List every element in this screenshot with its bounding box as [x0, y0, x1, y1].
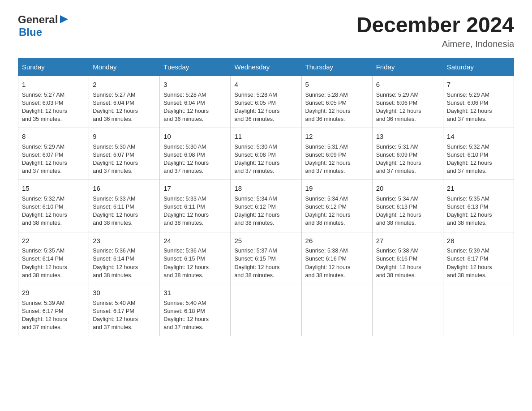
day-number: 16	[93, 184, 156, 193]
day-number: 14	[447, 132, 510, 141]
day-number: 29	[22, 288, 85, 298]
calendar-cell: 20 Sunrise: 5:34 AMSunset: 6:13 PMDaylig…	[372, 180, 443, 232]
day-info: Sunrise: 5:40 AMSunset: 6:18 PMDaylight:…	[163, 300, 209, 330]
day-number: 18	[234, 184, 297, 193]
day-info: Sunrise: 5:29 AMSunset: 6:06 PMDaylight:…	[447, 92, 492, 122]
week-row-5: 29 Sunrise: 5:39 AMSunset: 6:17 PMDaylig…	[18, 284, 514, 336]
calendar-cell: 23 Sunrise: 5:36 AMSunset: 6:14 PMDaylig…	[89, 232, 160, 284]
calendar-cell: 7 Sunrise: 5:29 AMSunset: 6:06 PMDayligh…	[443, 76, 514, 128]
calendar-cell: 4 Sunrise: 5:28 AMSunset: 6:05 PMDayligh…	[231, 76, 301, 128]
day-number: 24	[163, 236, 227, 246]
day-number: 10	[163, 132, 227, 141]
calendar-cell: 11 Sunrise: 5:30 AMSunset: 6:08 PMDaylig…	[231, 128, 301, 180]
week-row-4: 22 Sunrise: 5:35 AMSunset: 6:14 PMDaylig…	[18, 232, 514, 284]
logo-blue-text: Blue	[19, 26, 42, 38]
day-info: Sunrise: 5:31 AMSunset: 6:09 PMDaylight:…	[305, 144, 351, 174]
month-title: December 2024	[356, 13, 514, 37]
day-info: Sunrise: 5:34 AMSunset: 6:12 PMDaylight:…	[305, 196, 351, 226]
calendar-cell: 5 Sunrise: 5:28 AMSunset: 6:05 PMDayligh…	[301, 76, 372, 128]
header-day-saturday: Saturday	[443, 58, 514, 76]
calendar-table: SundayMondayTuesdayWednesdayThursdayFrid…	[18, 58, 514, 336]
logo-general-text: General	[18, 13, 58, 26]
day-number: 1	[22, 80, 85, 90]
calendar-cell	[372, 284, 443, 336]
calendar-cell: 27 Sunrise: 5:38 AMSunset: 6:16 PMDaylig…	[372, 232, 443, 284]
week-row-2: 8 Sunrise: 5:29 AMSunset: 6:07 PMDayligh…	[18, 128, 514, 180]
location-title: Aimere, Indonesia	[356, 39, 514, 49]
calendar-cell: 28 Sunrise: 5:39 AMSunset: 6:17 PMDaylig…	[443, 232, 514, 284]
day-number: 30	[93, 288, 156, 298]
day-info: Sunrise: 5:28 AMSunset: 6:04 PMDaylight:…	[163, 92, 209, 122]
day-info: Sunrise: 5:30 AMSunset: 6:08 PMDaylight:…	[234, 144, 279, 174]
logo-triangle-icon	[59, 14, 69, 26]
day-info: Sunrise: 5:31 AMSunset: 6:09 PMDaylight:…	[376, 144, 421, 174]
calendar-cell: 15 Sunrise: 5:32 AMSunset: 6:10 PMDaylig…	[18, 180, 89, 232]
day-info: Sunrise: 5:29 AMSunset: 6:06 PMDaylight:…	[376, 92, 421, 122]
day-info: Sunrise: 5:32 AMSunset: 6:10 PMDaylight:…	[22, 196, 67, 226]
calendar-cell: 26 Sunrise: 5:38 AMSunset: 6:16 PMDaylig…	[301, 232, 372, 284]
calendar-cell: 2 Sunrise: 5:27 AMSunset: 6:04 PMDayligh…	[89, 76, 160, 128]
day-info: Sunrise: 5:27 AMSunset: 6:03 PMDaylight:…	[22, 92, 67, 122]
day-info: Sunrise: 5:29 AMSunset: 6:07 PMDaylight:…	[22, 144, 67, 174]
calendar-cell: 12 Sunrise: 5:31 AMSunset: 6:09 PMDaylig…	[301, 128, 372, 180]
day-info: Sunrise: 5:34 AMSunset: 6:13 PMDaylight:…	[376, 196, 421, 226]
day-info: Sunrise: 5:28 AMSunset: 6:05 PMDaylight:…	[305, 92, 351, 122]
calendar-body: 1 Sunrise: 5:27 AMSunset: 6:03 PMDayligh…	[18, 76, 514, 336]
day-number: 15	[22, 184, 85, 193]
header-row: SundayMondayTuesdayWednesdayThursdayFrid…	[18, 58, 514, 76]
day-number: 8	[22, 132, 85, 141]
day-info: Sunrise: 5:38 AMSunset: 6:16 PMDaylight:…	[376, 248, 421, 278]
day-number: 25	[234, 236, 297, 246]
day-number: 17	[163, 184, 227, 193]
day-info: Sunrise: 5:34 AMSunset: 6:12 PMDaylight:…	[234, 196, 279, 226]
calendar-cell: 1 Sunrise: 5:27 AMSunset: 6:03 PMDayligh…	[18, 76, 89, 128]
calendar-cell: 25 Sunrise: 5:37 AMSunset: 6:15 PMDaylig…	[231, 232, 301, 284]
day-number: 5	[305, 80, 369, 90]
day-number: 3	[163, 80, 227, 90]
calendar-cell: 10 Sunrise: 5:30 AMSunset: 6:08 PMDaylig…	[160, 128, 231, 180]
day-number: 11	[234, 132, 297, 141]
day-info: Sunrise: 5:27 AMSunset: 6:04 PMDaylight:…	[93, 92, 138, 122]
header-day-tuesday: Tuesday	[160, 58, 231, 76]
calendar-cell	[231, 284, 301, 336]
day-info: Sunrise: 5:32 AMSunset: 6:10 PMDaylight:…	[447, 144, 492, 174]
calendar-cell: 3 Sunrise: 5:28 AMSunset: 6:04 PMDayligh…	[160, 76, 231, 128]
day-info: Sunrise: 5:30 AMSunset: 6:07 PMDaylight:…	[93, 144, 138, 174]
calendar-cell	[301, 284, 372, 336]
day-info: Sunrise: 5:35 AMSunset: 6:14 PMDaylight:…	[22, 248, 67, 278]
day-number: 31	[163, 288, 227, 298]
calendar-cell: 18 Sunrise: 5:34 AMSunset: 6:12 PMDaylig…	[231, 180, 301, 232]
day-number: 26	[305, 236, 369, 246]
header: General Blue December 2024 Aimere, Indon…	[18, 13, 514, 49]
calendar-cell: 14 Sunrise: 5:32 AMSunset: 6:10 PMDaylig…	[443, 128, 514, 180]
day-info: Sunrise: 5:36 AMSunset: 6:15 PMDaylight:…	[163, 248, 209, 278]
calendar-cell: 30 Sunrise: 5:40 AMSunset: 6:17 PMDaylig…	[89, 284, 160, 336]
day-number: 19	[305, 184, 369, 193]
day-number: 20	[376, 184, 439, 193]
calendar-cell: 31 Sunrise: 5:40 AMSunset: 6:18 PMDaylig…	[160, 284, 231, 336]
day-number: 13	[376, 132, 439, 141]
calendar-header: SundayMondayTuesdayWednesdayThursdayFrid…	[18, 58, 514, 76]
day-info: Sunrise: 5:36 AMSunset: 6:14 PMDaylight:…	[93, 248, 138, 278]
day-number: 22	[22, 236, 85, 246]
day-number: 2	[93, 80, 156, 90]
title-area: December 2024 Aimere, Indonesia	[356, 13, 514, 49]
logo: General Blue	[18, 13, 69, 39]
day-number: 21	[447, 184, 510, 193]
calendar-cell: 21 Sunrise: 5:35 AMSunset: 6:13 PMDaylig…	[443, 180, 514, 232]
calendar-cell: 8 Sunrise: 5:29 AMSunset: 6:07 PMDayligh…	[18, 128, 89, 180]
calendar-cell: 13 Sunrise: 5:31 AMSunset: 6:09 PMDaylig…	[372, 128, 443, 180]
calendar-cell: 6 Sunrise: 5:29 AMSunset: 6:06 PMDayligh…	[372, 76, 443, 128]
calendar-cell: 9 Sunrise: 5:30 AMSunset: 6:07 PMDayligh…	[89, 128, 160, 180]
day-info: Sunrise: 5:30 AMSunset: 6:08 PMDaylight:…	[163, 144, 209, 174]
week-row-3: 15 Sunrise: 5:32 AMSunset: 6:10 PMDaylig…	[18, 180, 514, 232]
calendar-cell: 16 Sunrise: 5:33 AMSunset: 6:11 PMDaylig…	[89, 180, 160, 232]
day-info: Sunrise: 5:37 AMSunset: 6:15 PMDaylight:…	[234, 248, 279, 278]
day-info: Sunrise: 5:38 AMSunset: 6:16 PMDaylight:…	[305, 248, 351, 278]
day-info: Sunrise: 5:39 AMSunset: 6:17 PMDaylight:…	[447, 248, 492, 278]
day-info: Sunrise: 5:33 AMSunset: 6:11 PMDaylight:…	[93, 196, 138, 226]
header-day-friday: Friday	[372, 58, 443, 76]
calendar-cell: 22 Sunrise: 5:35 AMSunset: 6:14 PMDaylig…	[18, 232, 89, 284]
day-info: Sunrise: 5:40 AMSunset: 6:17 PMDaylight:…	[93, 300, 138, 330]
calendar-cell: 17 Sunrise: 5:33 AMSunset: 6:11 PMDaylig…	[160, 180, 231, 232]
